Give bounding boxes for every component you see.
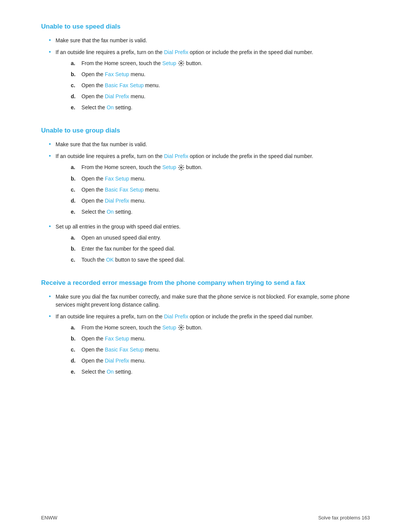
sub-steps: a.From the Home screen, touch the Setup …	[56, 163, 370, 216]
section-group-dials: Unable to use group dialsMake sure that …	[41, 127, 370, 267]
step-label: b.	[71, 70, 81, 78]
svg-rect-7	[178, 63, 180, 64]
bullet-item: Make sure that the fax number is valid.	[41, 37, 370, 45]
svg-rect-26	[179, 325, 180, 327]
section-speed-dials: Unable to use speed dialsMake sure that …	[41, 23, 370, 115]
bullet-item: If an outside line requires a prefix, tu…	[41, 152, 370, 219]
step-text: Open the Dial Prefix menu.	[81, 197, 145, 205]
svg-rect-2	[182, 61, 184, 62]
step-item: c.Open the Basic Fax Setup menu.	[56, 186, 370, 194]
footer-right: Solve fax problems 163	[318, 515, 370, 521]
section-title-recorded-error: Receive a recorded error message from th…	[41, 279, 370, 287]
step-label: a.	[71, 324, 81, 332]
step-item: b.Open the Fax Setup menu.	[56, 335, 370, 343]
step-label: c.	[71, 346, 81, 354]
svg-point-0	[180, 62, 182, 64]
step-text: Open the Fax Setup menu.	[81, 335, 145, 343]
step-text: Open an unused speed dial entry.	[81, 234, 161, 242]
svg-rect-17	[179, 165, 180, 166]
step-label: d.	[71, 197, 81, 205]
step-text: Open the Basic Fax Setup menu.	[81, 346, 160, 354]
step-item: e.Select the On setting.	[56, 368, 370, 376]
step-text: Touch the OK button to save the speed di…	[81, 256, 185, 264]
step-label: d.	[71, 357, 81, 365]
step-label: a.	[71, 59, 81, 67]
step-label: c.	[71, 81, 81, 89]
bullet-item: If an outside line requires a prefix, tu…	[41, 313, 370, 379]
bullet-list-recorded-error: Make sure you dial the fax number correc…	[41, 293, 370, 379]
sub-steps: a.Open an unused speed dial entry.b.Ente…	[56, 234, 370, 264]
svg-rect-15	[179, 168, 180, 170]
svg-rect-6	[179, 64, 180, 66]
step-label: e.	[71, 368, 81, 376]
step-item: a.From the Home screen, touch the Setup …	[56, 59, 370, 67]
svg-rect-12	[183, 167, 184, 168]
svg-rect-21	[183, 327, 184, 328]
svg-rect-25	[178, 327, 180, 328]
step-text: Select the On setting.	[81, 104, 132, 112]
bullet-list-group-dials: Make sure that the fax number is valid.I…	[41, 141, 370, 267]
svg-rect-20	[182, 325, 184, 327]
svg-point-9	[180, 166, 182, 168]
step-label: c.	[71, 256, 81, 264]
step-item: c.Open the Basic Fax Setup menu.	[56, 346, 370, 354]
step-text: Enter the fax number for the speed dial.	[81, 245, 175, 253]
svg-rect-10	[181, 164, 182, 166]
step-label: e.	[71, 208, 81, 216]
step-text: Open the Basic Fax Setup menu.	[81, 186, 160, 194]
step-label: a.	[71, 163, 81, 171]
section-title-group-dials: Unable to use group dials	[41, 127, 370, 134]
bullet-list-speed-dials: Make sure that the fax number is valid.I…	[41, 37, 370, 115]
step-text: Open the Dial Prefix menu.	[81, 93, 145, 101]
step-item: d.Open the Dial Prefix menu.	[56, 357, 370, 365]
svg-rect-11	[182, 165, 184, 166]
page-content: Unable to use speed dialsMake sure that …	[0, 0, 411, 413]
svg-point-18	[180, 326, 182, 328]
step-label: e.	[71, 104, 81, 112]
step-text: Select the On setting.	[81, 368, 132, 376]
step-label: d.	[71, 93, 81, 101]
step-item: a.From the Home screen, touch the Setup …	[56, 324, 370, 332]
svg-rect-22	[182, 328, 184, 330]
section-recorded-error: Receive a recorded error message from th…	[41, 279, 370, 379]
section-title-speed-dials: Unable to use speed dials	[41, 23, 370, 30]
step-label: b.	[71, 175, 81, 183]
step-item: b.Open the Fax Setup menu.	[56, 175, 370, 183]
step-text: Open the Basic Fax Setup menu.	[81, 81, 160, 89]
step-item: a.From the Home screen, touch the Setup …	[56, 163, 370, 171]
step-item: d.Open the Dial Prefix menu.	[56, 197, 370, 205]
sub-steps: a.From the Home screen, touch the Setup …	[56, 59, 370, 112]
svg-rect-5	[181, 65, 182, 67]
bullet-item: Make sure that the fax number is valid.	[41, 141, 370, 149]
step-text: Open the Fax Setup menu.	[81, 175, 145, 183]
svg-rect-8	[179, 61, 180, 62]
step-item: b.Enter the fax number for the speed dia…	[56, 245, 370, 253]
sub-steps: a.From the Home screen, touch the Setup …	[56, 324, 370, 376]
svg-rect-13	[182, 168, 184, 170]
svg-rect-4	[182, 64, 184, 66]
step-item: c.Touch the OK button to save the speed …	[56, 256, 370, 264]
svg-rect-3	[183, 63, 184, 64]
bullet-item: Make sure you dial the fax number correc…	[41, 293, 370, 309]
step-text: Select the On setting.	[81, 208, 132, 216]
step-text: Open the Fax Setup menu.	[81, 70, 145, 78]
step-text: From the Home screen, touch the Setup bu…	[81, 163, 202, 171]
step-label: c.	[71, 186, 81, 194]
step-item: c.Open the Basic Fax Setup menu.	[56, 81, 370, 89]
step-label: b.	[71, 245, 81, 253]
svg-rect-14	[181, 169, 182, 171]
svg-rect-24	[179, 328, 180, 330]
step-label: a.	[71, 234, 81, 242]
bullet-item: Set up all entries in the group with spe…	[41, 223, 370, 267]
step-item: a.Open an unused speed dial entry.	[56, 234, 370, 242]
page-footer: ENWW Solve fax problems 163	[41, 515, 370, 521]
svg-rect-1	[181, 60, 182, 62]
step-text: From the Home screen, touch the Setup bu…	[81, 324, 202, 332]
footer-left: ENWW	[41, 515, 57, 521]
svg-rect-19	[181, 324, 182, 326]
step-text: Open the Dial Prefix menu.	[81, 357, 145, 365]
step-text: From the Home screen, touch the Setup bu…	[81, 59, 202, 67]
step-item: e.Select the On setting.	[56, 104, 370, 112]
step-label: b.	[71, 335, 81, 343]
step-item: d.Open the Dial Prefix menu.	[56, 93, 370, 101]
